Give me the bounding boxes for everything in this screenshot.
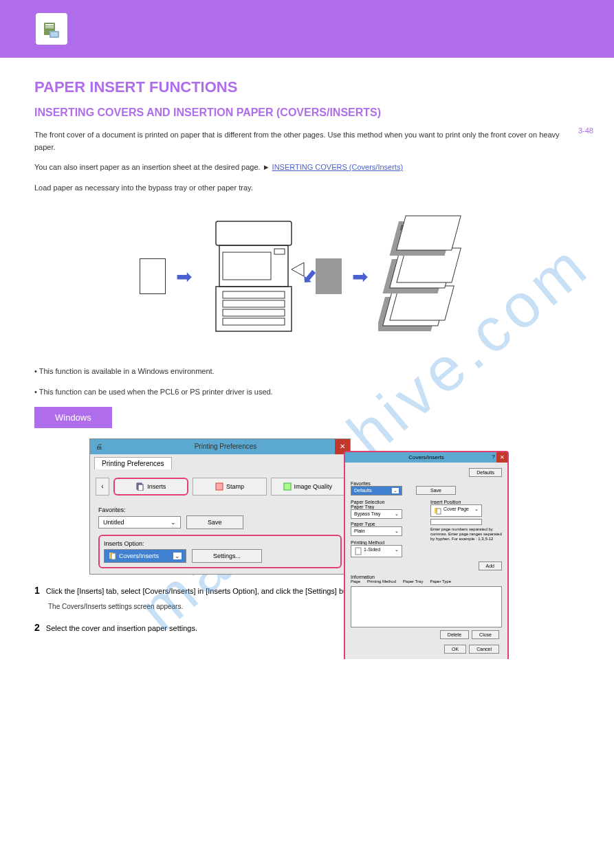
paragraph-3: Load paper as necessary into the bypass …: [34, 182, 580, 194]
svg-rect-3: [45, 27, 54, 28]
favorites-label: Favorites:: [98, 507, 342, 513]
chevron-down-icon: ⌄: [474, 507, 479, 515]
cover-page-icon: [434, 507, 442, 515]
svg-rect-5: [51, 32, 58, 36]
list-item-2: • This function can be used when the PCL…: [34, 386, 580, 399]
chevron-down-icon: ⌄: [392, 488, 399, 493]
svg-rect-25: [138, 485, 143, 491]
inserts-icon: [136, 482, 144, 491]
dialog-body: Defaults Favorites Defaults⌄ Save Paper …: [345, 463, 507, 659]
inserts-option-dropdown[interactable]: Covers/Inserts ⌄: [104, 549, 186, 563]
tab-inserts[interactable]: Inserts: [113, 478, 188, 496]
section-title: PAPER INSERT FUNCTIONS: [34, 78, 580, 96]
dlg-favorites-label: Favorites: [351, 481, 502, 486]
link-inserting-covers[interactable]: INSERTING COVERS (Covers/Inserts): [272, 163, 404, 171]
paper-tray-value: Bypass Tray: [354, 511, 381, 517]
inserts-option-value: Covers/Inserts: [119, 553, 159, 559]
defaults-button[interactable]: Defaults: [469, 468, 502, 477]
col-page: Page: [351, 579, 360, 583]
insert-position-column: Insert Position Cover Page ⌄ Enter page …: [430, 500, 502, 557]
header-bar: [0, 0, 614, 58]
arrow-icon: ➡: [176, 265, 192, 288]
page-number: 3-48: [578, 126, 593, 135]
covers-inserts-icon: [109, 552, 117, 560]
inserts-option-highlight: Inserts Option: Covers/Inserts ⌄ Setting…: [98, 535, 342, 568]
tab-printing-preferences[interactable]: Printing Preferences: [94, 457, 172, 469]
svg-rect-27: [284, 483, 291, 490]
toolbar-row: ‹ Inserts Stamp Image Quality: [90, 472, 350, 501]
save-button[interactable]: Save: [186, 515, 243, 529]
paper-selection-column: Paper Selection Paper Tray Bypass Tray⌄ …: [351, 500, 422, 557]
paper-type-value: Plain: [354, 528, 365, 534]
step-1-text: Click the [Inserts] tab, select [Covers/…: [46, 587, 362, 595]
list-item-1: • This function is available in a Window…: [34, 366, 580, 378]
tab-stamp[interactable]: Stamp: [193, 478, 266, 496]
paragraph-2: You can also insert paper as an insertio…: [34, 162, 580, 174]
inserts-option-label: Inserts Option:: [104, 540, 336, 547]
step-2-text: Select the cover and insertion paper set…: [46, 624, 197, 632]
dlg-save-button[interactable]: Save: [416, 486, 456, 495]
printer-doc-icon: [34, 12, 69, 46]
svg-rect-2: [45, 26, 54, 27]
para2-prefix: You can also insert paper as an insertio…: [34, 163, 272, 171]
dialog-close-button[interactable]: ✕: [496, 452, 507, 463]
svg-rect-26: [216, 483, 223, 490]
ok-button[interactable]: OK: [444, 645, 466, 654]
paper-tray-label: Paper Tray: [351, 504, 422, 509]
svg-rect-30: [355, 548, 361, 555]
dlg-favorites-value: Defaults: [354, 488, 372, 493]
printing-preferences-window: 🖨 Printing Preferences ✕ Printing Prefer…: [89, 438, 351, 575]
page-numbers-input[interactable]: [430, 519, 482, 525]
paper-type-dropdown[interactable]: Plain⌄: [351, 526, 402, 536]
windows-label: Windows: [34, 407, 112, 428]
cancel-button[interactable]: Cancel: [469, 645, 499, 654]
delete-button[interactable]: Delete: [440, 630, 469, 639]
window-icon: 🖨: [96, 443, 102, 450]
svg-rect-14: [223, 318, 285, 325]
svg-rect-6: [216, 221, 292, 245]
printing-method-value: 1-Sided: [364, 547, 380, 555]
favorites-value: Untitled: [103, 519, 124, 526]
output-stack-illustration: [378, 214, 474, 338]
dlg-favorites-dropdown[interactable]: Defaults⌄: [351, 486, 402, 496]
help-button[interactable]: ?: [492, 454, 495, 460]
dialog-titlebar: Covers/Inserts ? ✕: [345, 452, 507, 463]
process-diagram: ➡ ➡ ➡: [34, 214, 580, 338]
insert-position-value: Cover Page: [443, 507, 469, 515]
window-title: Printing Preferences: [107, 443, 344, 450]
tab-stamp-label: Stamp: [226, 483, 244, 490]
arrow-icon-2: ➡: [352, 265, 368, 288]
nav-prev-button[interactable]: ‹: [96, 478, 109, 496]
insert-position-label: Insert Position: [430, 500, 502, 504]
one-sided-icon: [354, 547, 362, 555]
svg-rect-32: [437, 509, 441, 514]
close-button[interactable]: Close: [472, 630, 499, 639]
settings-button[interactable]: Settings...: [192, 549, 262, 563]
tab-image-quality[interactable]: Image Quality: [271, 478, 344, 496]
chevron-down-icon: ⌄: [395, 528, 399, 534]
chevron-down-icon: ⌄: [171, 519, 176, 526]
add-button[interactable]: Add: [479, 561, 502, 570]
col-type: Paper Type: [430, 579, 451, 583]
tab-image-quality-label: Image Quality: [294, 483, 333, 490]
svg-rect-23: [397, 216, 461, 250]
window-titlebar: 🖨 Printing Preferences ✕: [90, 439, 350, 454]
stamp-icon: [215, 482, 223, 491]
paper-selection-label: Paper Selection: [351, 500, 422, 504]
information-label: Information: [351, 575, 502, 579]
paper-tray-dropdown[interactable]: Bypass Tray⌄: [351, 509, 402, 519]
form-section: Favorites: Untitled ⌄ Save Inserts Optio…: [90, 501, 350, 574]
svg-rect-1: [45, 24, 54, 25]
input-page-icon: [140, 258, 166, 294]
covers-inserts-dialog: Covers/Inserts ? ✕ Defaults Favorites De…: [344, 451, 509, 659]
favorites-dropdown[interactable]: Untitled ⌄: [98, 516, 181, 528]
paragraph-1: The front cover of a document is printed…: [34, 129, 580, 153]
paper-type-label: Paper Type: [351, 522, 422, 526]
information-listbox[interactable]: [351, 586, 502, 627]
svg-rect-8: [223, 252, 271, 280]
printing-method-dropdown[interactable]: 1-Sided ⌄: [351, 545, 402, 557]
printer-illustration: [202, 214, 305, 338]
screenshot-container: 🖨 Printing Preferences ✕ Printing Prefer…: [89, 438, 580, 575]
dialog-title: Covers/Inserts: [408, 454, 444, 460]
insert-position-dropdown[interactable]: Cover Page ⌄: [430, 504, 482, 517]
